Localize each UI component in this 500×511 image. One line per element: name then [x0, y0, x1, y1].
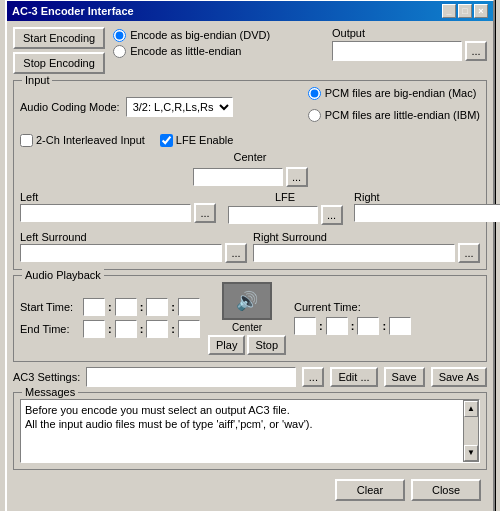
lfe-label: LFE: [275, 191, 295, 203]
channels-top: Center ...: [20, 151, 480, 187]
lfe-browse-button[interactable]: ...: [321, 205, 343, 225]
ac3-save-button[interactable]: Save: [384, 367, 425, 387]
current-time-label: Current Time:: [294, 301, 411, 313]
play-stop-row: Play Stop: [208, 335, 286, 355]
scroll-down-arrow[interactable]: ▼: [464, 445, 478, 461]
end-time-f[interactable]: [178, 320, 200, 338]
center-channel-col: Center ...: [185, 151, 315, 187]
minimize-button[interactable]: _: [442, 4, 456, 18]
output-section: Output ...: [332, 27, 487, 61]
current-time-row: : : :: [294, 317, 411, 335]
messages-label: Messages: [22, 386, 78, 398]
left-input-row: ...: [20, 203, 216, 223]
current-time-h[interactable]: [294, 317, 316, 335]
output-field: ...: [332, 41, 487, 61]
end-time-m[interactable]: [115, 320, 137, 338]
start-time-s[interactable]: [146, 298, 168, 316]
ac3-edit-button[interactable]: Edit ...: [330, 367, 377, 387]
interleaved-checkbox[interactable]: [20, 134, 33, 147]
lfe-input-row: ...: [228, 205, 343, 225]
audio-mode-row: Audio Coding Mode: 3/2: L,C,R,Ls,Rs 1+1:…: [20, 87, 480, 128]
messages-wrapper: Before you encode you must select an out…: [20, 399, 480, 463]
messages-scrollbar[interactable]: ▲ ▼: [463, 400, 479, 462]
output-label: Output: [332, 27, 487, 39]
close-button[interactable]: ×: [474, 4, 488, 18]
lfe-file-input[interactable]: [228, 206, 318, 224]
output-browse-button[interactable]: ...: [465, 41, 487, 61]
right-file-input[interactable]: [354, 204, 500, 222]
title-bar-buttons: _ □ ×: [442, 4, 488, 18]
big-endian-option[interactable]: Encode as big-endian (DVD): [113, 29, 270, 42]
interleaved-checkbox-label[interactable]: 2-Ch Interleaved Input: [20, 134, 145, 147]
left-surround-input-row: ...: [20, 243, 247, 263]
ac3-settings-input[interactable]: [86, 367, 296, 387]
left-surround-label: Left Surround: [20, 231, 87, 243]
right-label: Right: [354, 191, 380, 203]
center-browse-button[interactable]: ...: [286, 167, 308, 187]
time-group: Start Time: : : : End Time: :: [20, 298, 200, 338]
left-file-input[interactable]: [20, 204, 191, 222]
speaker-area: 🔊 Center Play Stop: [208, 282, 286, 355]
ac3-settings-label: AC3 Settings:: [13, 371, 80, 383]
output-path-input[interactable]: [332, 41, 462, 61]
stop-button[interactable]: Stop: [247, 335, 286, 355]
pcm-big-endian-option[interactable]: PCM files are big-endian (Mac): [308, 87, 480, 100]
pcm-little-endian-radio[interactable]: [308, 109, 321, 122]
encoding-buttons: Start Encoding Stop Encoding: [13, 27, 105, 74]
audio-playback-group: Audio Playback Start Time: : : :: [13, 275, 487, 362]
current-time-m[interactable]: [326, 317, 348, 335]
left-surround-browse-button[interactable]: ...: [225, 243, 247, 263]
ac3-settings-row: AC3 Settings: ... Edit ... Save Save As: [13, 367, 487, 387]
end-time-h[interactable]: [83, 320, 105, 338]
footer-buttons: Clear Close: [13, 475, 487, 505]
center-file-input[interactable]: [193, 168, 283, 186]
messages-group: Messages Before you encode you must sele…: [13, 392, 487, 470]
play-button[interactable]: Play: [208, 335, 245, 355]
start-time-label: Start Time:: [20, 301, 80, 313]
ac3-browse-button[interactable]: ...: [302, 367, 324, 387]
pcm-little-endian-option[interactable]: PCM files are little-endian (IBM): [308, 109, 480, 122]
start-time-h[interactable]: [83, 298, 105, 316]
ac3-save-as-button[interactable]: Save As: [431, 367, 487, 387]
left-surround-file-input[interactable]: [20, 244, 222, 262]
lfe-enable-label[interactable]: LFE Enable: [160, 134, 233, 147]
left-channel-box: Left ...: [20, 191, 216, 225]
right-surround-browse-button[interactable]: ...: [458, 243, 480, 263]
scroll-up-arrow[interactable]: ▲: [464, 401, 478, 417]
maximize-button[interactable]: □: [458, 4, 472, 18]
clear-button[interactable]: Clear: [335, 479, 405, 501]
left-browse-button[interactable]: ...: [194, 203, 216, 223]
little-endian-radio[interactable]: [113, 45, 126, 58]
footer-close-button[interactable]: Close: [411, 479, 481, 501]
current-time-s[interactable]: [357, 317, 379, 335]
playback-grid: Start Time: : : : End Time: :: [20, 282, 480, 355]
right-channel-box: Right ...: [354, 191, 500, 225]
title-bar: AC-3 Encoder Interface _ □ ×: [7, 1, 493, 21]
start-encoding-button[interactable]: Start Encoding: [13, 27, 105, 49]
audio-coding-mode-select[interactable]: 3/2: L,C,R,Ls,Rs 1+1: Ch1,Ch2 1/0: C 2/0…: [126, 97, 233, 117]
right-surround-file-input[interactable]: [253, 244, 455, 262]
left-channel-col: [20, 151, 181, 187]
start-time-row: Start Time: : : :: [20, 298, 200, 316]
window-title: AC-3 Encoder Interface: [12, 5, 134, 17]
little-endian-option[interactable]: Encode as little-endian: [113, 45, 270, 58]
start-time-f[interactable]: [178, 298, 200, 316]
center-label: Center: [233, 151, 266, 163]
end-time-label: End Time:: [20, 323, 80, 335]
lfe-enable-checkbox[interactable]: [160, 134, 173, 147]
end-time-s[interactable]: [146, 320, 168, 338]
center-speaker-label: Center: [232, 322, 262, 333]
message-line-2: All the input audio files must be of typ…: [25, 418, 459, 430]
left-label: Left: [20, 191, 38, 203]
check-row: 2-Ch Interleaved Input LFE Enable: [20, 134, 480, 147]
start-time-m[interactable]: [115, 298, 137, 316]
message-line-1: Before you encode you must select an out…: [25, 404, 459, 416]
main-window: AC-3 Encoder Interface _ □ × Start Encod…: [5, 0, 495, 511]
big-endian-radio[interactable]: [113, 29, 126, 42]
current-time-f[interactable]: [389, 317, 411, 335]
pcm-big-endian-radio[interactable]: [308, 87, 321, 100]
stop-encoding-button[interactable]: Stop Encoding: [13, 52, 105, 74]
lfe-channel-box: LFE ...: [220, 191, 350, 225]
top-row: Start Encoding Stop Encoding Encode as b…: [13, 27, 487, 74]
right-surround-label: Right Surround: [253, 231, 327, 243]
